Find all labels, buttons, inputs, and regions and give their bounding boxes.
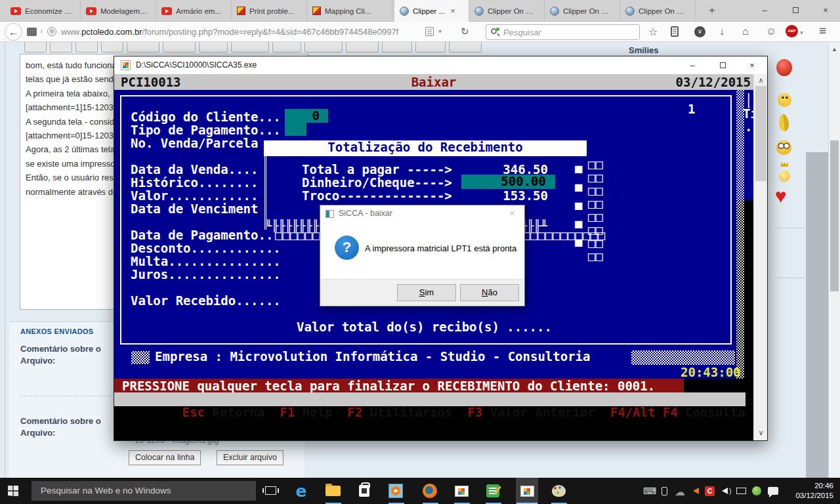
adblock-dropdown-icon[interactable]: ▾ (800, 29, 803, 36)
editor-app-icon[interactable] (484, 482, 501, 499)
url-bar[interactable]: www.pctoledo.com.br/forum/posting.php?mo… (61, 27, 419, 37)
bookmark-star-icon[interactable]: ☆ (648, 26, 658, 38)
page-scrollbar[interactable]: ▲ (828, 42, 840, 478)
console-minimize-button[interactable]: – (677, 56, 707, 74)
search-box[interactable]: Pesquisar (486, 24, 640, 40)
dialog-close-icon[interactable]: × (509, 207, 515, 219)
king-emoticon[interactable] (779, 171, 790, 182)
dinheiro-input[interactable]: 500.00 (461, 175, 555, 189)
folder-icon (326, 486, 341, 496)
console-scrollbar[interactable]: ∧ ∨ (753, 74, 767, 440)
antivirus-tray-icon[interactable] (752, 486, 761, 495)
windows-app-icon[interactable] (453, 482, 470, 499)
search-placeholder: Pesquisar (503, 28, 541, 37)
media-player-icon[interactable] (387, 482, 404, 499)
tab-clipper-3[interactable]: Clipper On L... (545, 0, 620, 22)
tab-modelagem[interactable]: Modelagem ... (81, 0, 156, 22)
toolbar-button[interactable] (199, 42, 228, 52)
bookmarks-menu-icon[interactable] (671, 26, 679, 37)
banana-emoticon[interactable] (778, 114, 790, 131)
pocket-icon[interactable]: ∨ (694, 26, 705, 37)
codigo-cliente-input[interactable]: 0 (285, 109, 328, 123)
store-icon[interactable] (356, 482, 373, 499)
feedback-smiley-icon[interactable]: ☺ (766, 26, 776, 37)
usb-tray-icon[interactable] (662, 487, 667, 495)
no-button[interactable]: Não (460, 284, 519, 301)
field-label: Juros............... (131, 268, 281, 281)
menu-hamburger-icon[interactable]: ≡ (819, 24, 826, 38)
console-close-button[interactable]: × (737, 56, 767, 74)
comodo-tray-icon[interactable]: C (705, 486, 715, 496)
back-button[interactable]: ← (5, 23, 22, 41)
task-view-icon[interactable] (265, 486, 276, 495)
url-dropdown-icon[interactable]: ▾ (438, 28, 442, 35)
tab-clipper-active[interactable]: Clipper ...× (394, 0, 469, 22)
devil-emoticon[interactable] (776, 59, 792, 76)
home-icon[interactable]: ⌂ (742, 26, 749, 37)
scroll-down-icon[interactable]: ∨ (754, 429, 768, 437)
toolbar-button[interactable] (101, 42, 123, 52)
scroll-up-icon[interactable]: ▲ (831, 46, 837, 52)
heart-emoticon[interactable]: ♥ (775, 186, 787, 206)
adblock-icon[interactable]: ABP (786, 25, 798, 37)
file-explorer-icon[interactable] (324, 482, 341, 499)
tab-clipper-4[interactable]: Clipper On L... (620, 0, 696, 22)
new-tab-button[interactable]: + (704, 3, 721, 19)
comment-label: Comentário sobre o Arquivo: (20, 415, 125, 439)
window-minimize-button[interactable]: – (750, 0, 779, 20)
smiley-emoticon[interactable] (778, 93, 791, 107)
nerd-emoticon[interactable] (776, 140, 791, 155)
tipo-pagamento-input[interactable] (285, 122, 306, 136)
start-button[interactable] (8, 486, 18, 496)
console-scrollbar-thumb[interactable] (755, 86, 766, 181)
tab-clipper-2[interactable]: Clipper On L... (469, 0, 545, 22)
scrollbar-thumb[interactable] (830, 140, 839, 291)
field-label: Valor Recebido...... (131, 294, 281, 307)
toolbar-button[interactable] (449, 42, 482, 52)
scroll-up-icon[interactable]: ∧ (754, 76, 768, 85)
toolbar-button[interactable] (415, 42, 446, 52)
toolbar-button[interactable] (163, 42, 196, 52)
toolbar-button[interactable] (127, 42, 159, 52)
delete-file-button[interactable]: Excluir arquivo (217, 450, 284, 465)
volume-mixer-icon[interactable] (693, 488, 699, 494)
site-identity-globe-icon[interactable]: ⊕ (47, 27, 56, 36)
notifications-icon[interactable] (768, 487, 778, 495)
firefox-logo (423, 484, 437, 498)
network-tray-icon[interactable] (736, 488, 746, 494)
tab-print-problem[interactable]: Print proble... (232, 0, 307, 22)
toolbar-button[interactable] (346, 42, 379, 52)
toolbar-button[interactable] (272, 42, 301, 52)
place-inline-button[interactable]: Colocar na linha (129, 450, 201, 465)
edge-icon[interactable]: e (293, 482, 310, 499)
onedrive-cloud-icon[interactable]: ☁ (675, 486, 685, 498)
keyboard-tray-icon[interactable]: ⌨ (643, 486, 656, 496)
tab-mapping[interactable]: Mapping Cli... (307, 0, 392, 22)
console-title-bar[interactable]: D:\SiCCA\SCI10000\SICCA35.exe – × (114, 56, 767, 74)
toolbar-button[interactable] (75, 42, 98, 52)
toolbar-button[interactable] (304, 42, 343, 52)
paint-icon[interactable] (550, 482, 567, 499)
speaker-icon[interactable] (722, 488, 728, 494)
downloads-icon[interactable]: ↓ (719, 26, 724, 37)
taskbar-search[interactable]: Pesquisar na Web e no Windows (32, 481, 256, 501)
tab-armario[interactable]: Armário em... (156, 0, 232, 22)
reload-icon[interactable]: ↻ (461, 26, 469, 37)
tab-close-icon[interactable]: × (450, 6, 455, 16)
toolbar-button[interactable] (231, 42, 269, 52)
yes-button[interactable]: Sim (397, 284, 456, 301)
window-close-button[interactable]: × (811, 0, 840, 20)
forward-button[interactable] (27, 28, 37, 36)
window-restore-button[interactable] (781, 0, 810, 20)
taskbar-clock[interactable]: 20:46 03/12/2015 (785, 481, 833, 501)
toolbar-button[interactable] (24, 42, 47, 52)
toolbar-button[interactable] (382, 42, 412, 52)
tab-economize[interactable]: Economize a... (5, 0, 81, 22)
reader-mode-icon[interactable] (425, 27, 434, 36)
firefox-icon[interactable] (421, 482, 438, 499)
field-label: No. Venda/Parcela (131, 136, 258, 150)
console-maximize-button[interactable] (707, 56, 738, 74)
toolbar-button[interactable] (50, 42, 72, 52)
windows-app-active-icon[interactable] (518, 482, 536, 499)
screen: Economize a... Modelagem ... Armário em.… (0, 0, 840, 504)
